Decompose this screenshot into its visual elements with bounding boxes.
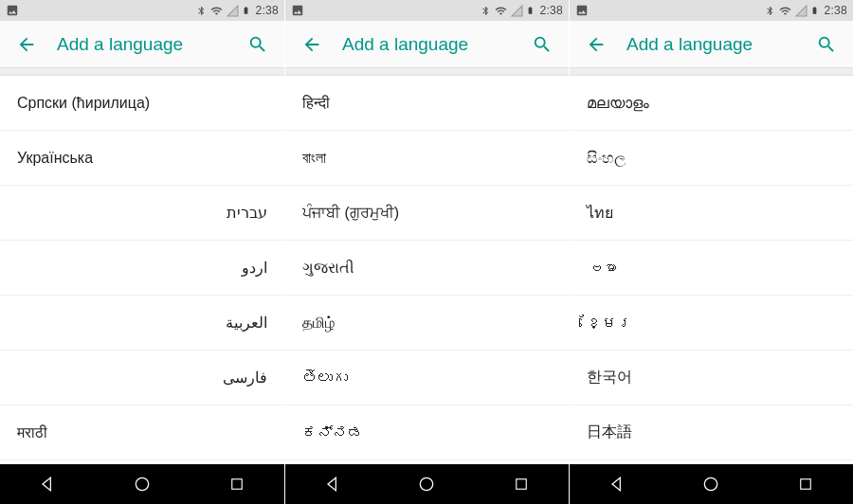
app-bar: Add a language: [0, 21, 284, 68]
svg-point-0: [136, 477, 148, 490]
language-item[interactable]: اردو: [0, 241, 284, 296]
language-item[interactable]: ไทย: [570, 186, 853, 241]
image-icon: [291, 4, 304, 17]
search-icon: [816, 34, 837, 55]
circle-home-icon: [133, 475, 152, 494]
square-recent-icon: [513, 476, 530, 493]
nav-home-button[interactable]: [398, 464, 455, 504]
nav-home-button[interactable]: [114, 464, 171, 504]
image-icon: [575, 4, 589, 17]
nav-back-button[interactable]: [19, 464, 76, 504]
language-item[interactable]: עברית: [0, 186, 284, 241]
signal-icon: [511, 5, 523, 17]
back-button[interactable]: [9, 27, 44, 62]
language-item[interactable]: हिन्दी: [285, 76, 569, 131]
language-label: 한국어: [587, 368, 632, 387]
status-bar: 2:38: [285, 0, 569, 21]
language-item[interactable]: ગુજરાતી: [285, 241, 569, 296]
language-label: മലയാളം: [587, 95, 649, 112]
language-label: සිංහල: [587, 150, 626, 167]
language-item[interactable]: Українська: [0, 131, 284, 186]
battery-icon: [242, 4, 250, 17]
nav-home-button[interactable]: [682, 464, 739, 504]
arrow-back-icon: [16, 34, 37, 55]
language-item[interactable]: മലയാളം: [570, 76, 853, 131]
language-item[interactable]: 한국어: [570, 351, 853, 405]
back-button[interactable]: [295, 27, 329, 62]
battery-icon: [810, 4, 819, 17]
divider: [0, 68, 284, 76]
language-item[interactable]: 日本語: [570, 405, 853, 460]
language-label: العربية: [226, 314, 267, 332]
nav-back-button[interactable]: [304, 464, 361, 504]
nav-recent-button[interactable]: [209, 464, 265, 504]
page-title: Add a language: [329, 34, 525, 55]
language-label: తెలుగు: [302, 369, 348, 387]
language-item[interactable]: தமிழ்: [285, 296, 569, 351]
svg-rect-5: [801, 479, 811, 490]
language-label: فارسی: [223, 369, 267, 387]
triangle-back-icon: [323, 475, 342, 494]
svg-rect-1: [232, 479, 243, 490]
circle-home-icon: [701, 475, 720, 494]
language-label: ខ្មែរ: [587, 315, 632, 332]
bluetooth-icon: [765, 5, 775, 17]
image-icon: [6, 4, 19, 17]
divider: [285, 68, 569, 76]
square-recent-icon: [797, 476, 814, 493]
signal-icon: [227, 5, 239, 17]
app-bar: Add a language: [570, 21, 853, 68]
language-item[interactable]: فارسی: [0, 351, 284, 405]
page-title: Add a language: [613, 34, 809, 55]
search-button[interactable]: [809, 27, 844, 62]
phone-screen: 2:38 Add a language Српски (ћирилица)Укр…: [0, 0, 284, 504]
wifi-icon: [209, 5, 224, 17]
language-label: Српски (ћирилица): [17, 95, 150, 112]
nav-bar: [0, 464, 284, 504]
search-button[interactable]: [525, 27, 559, 62]
language-label: मराठी: [17, 424, 47, 441]
language-label: ไทย: [587, 201, 613, 225]
phone-screen: 2:38 Add a language हिन्दीবাংলাਪੰਜਾਬੀ (ਗ…: [284, 0, 569, 504]
circle-home-icon: [417, 475, 436, 494]
language-item[interactable]: සිංහල: [570, 131, 853, 186]
language-label: हिन्दी: [302, 95, 330, 112]
square-recent-icon: [228, 476, 245, 493]
language-label: ਪੰਜਾਬੀ (ਗੁਰਮੁਖੀ): [302, 205, 399, 222]
language-list[interactable]: हिन्दीবাংলাਪੰਜਾਬੀ (ਗੁਰਮੁਖੀ)ગુજરાતીதமிழ்త…: [285, 76, 569, 464]
back-button[interactable]: [579, 27, 613, 62]
language-item[interactable]: ಕನ್ನಡ: [285, 405, 569, 460]
language-item[interactable]: ខ្មែរ: [570, 296, 853, 351]
nav-bar: [285, 464, 569, 504]
signal-icon: [795, 5, 808, 17]
search-icon: [532, 34, 553, 55]
page-title: Add a language: [44, 34, 241, 55]
svg-point-4: [705, 477, 717, 490]
triangle-back-icon: [38, 475, 57, 494]
status-bar: 2:38: [0, 0, 284, 21]
language-item[interactable]: ਪੰਜਾਬੀ (ਗੁਰਮੁਖੀ): [285, 186, 569, 241]
language-label: தமிழ்: [302, 315, 335, 332]
wifi-icon: [778, 5, 792, 17]
svg-point-2: [421, 477, 433, 490]
clock: 2:38: [539, 4, 563, 17]
language-item[interactable]: العربية: [0, 296, 284, 351]
language-item[interactable]: বাংলা: [285, 131, 569, 186]
phone-screen: 2:38 Add a language മലയാളംසිංහලไทยဗမာខ្ម…: [569, 0, 853, 504]
wifi-icon: [494, 5, 508, 17]
app-bar: Add a language: [285, 21, 569, 68]
language-label: ಕನ್ನಡ: [302, 424, 363, 441]
language-item[interactable]: ဗမာ: [570, 241, 853, 296]
language-list[interactable]: മലയാളംසිංහලไทยဗမာខ្មែរ한국어日本語: [570, 76, 853, 464]
search-button[interactable]: [241, 27, 275, 62]
triangle-back-icon: [608, 475, 626, 494]
language-item[interactable]: मराठी: [0, 405, 284, 460]
language-label: Українська: [17, 150, 93, 167]
nav-recent-button[interactable]: [777, 464, 834, 504]
language-item[interactable]: Српски (ћирилица): [0, 76, 284, 131]
language-item[interactable]: తెలుగు: [285, 351, 569, 405]
language-list[interactable]: Српски (ћирилица)Українськаעבריתاردوالعر…: [0, 76, 284, 464]
nav-recent-button[interactable]: [493, 464, 550, 504]
nav-back-button[interactable]: [589, 464, 645, 504]
nav-bar: [570, 464, 853, 504]
